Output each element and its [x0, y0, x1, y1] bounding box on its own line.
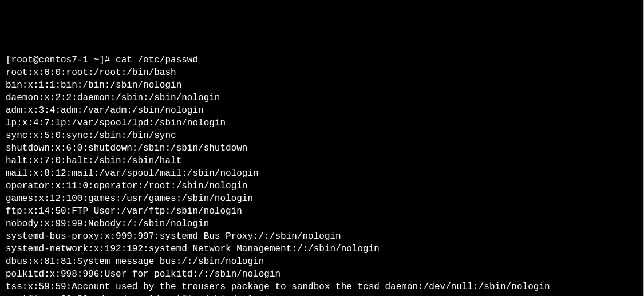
output-line: dbus:x:81:81:System message bus:/:/sbin/…	[6, 255, 637, 268]
terminal[interactable]: [root@centos7-1 ~]# cat /etc/passwdroot:…	[6, 54, 637, 296]
output-line: ftp:x:14:50:FTP User:/var/ftp:/sbin/nolo…	[6, 205, 637, 218]
output-line: nobody:x:99:99:Nobody:/:/sbin/nologin	[6, 218, 637, 230]
output-line: postfix:x:89:89::/var/spool/postfix:/sbi…	[6, 293, 637, 296]
command-line: [root@centos7-1 ~]# cat /etc/passwd	[6, 54, 637, 66]
output-line: adm:x:3:4:adm:/var/adm:/sbin/nologin	[6, 104, 637, 117]
output-line: games:x:12:100:games:/usr/games:/sbin/no…	[6, 192, 637, 205]
output-line: shutdown:x:6:0:shutdown:/sbin:/sbin/shut…	[6, 142, 637, 155]
output-line: daemon:x:2:2:daemon:/sbin:/sbin/nologin	[6, 92, 637, 104]
output-line: sync:x:5:0:sync:/sbin:/bin/sync	[6, 129, 637, 142]
shell-prompt: [root@centos7-1 ~]#	[6, 55, 116, 65]
output-line: lp:x:4:7:lp:/var/spool/lpd:/sbin/nologin	[6, 117, 637, 129]
output-line: bin:x:1:1:bin:/bin:/sbin/nologin	[6, 79, 637, 92]
output-line: root:x:0:0:root:/root:/bin/bash	[6, 66, 637, 79]
output-line: polkitd:x:998:996:User for polkitd:/:/sb…	[6, 268, 637, 281]
output-line: mail:x:8:12:mail:/var/spool/mail:/sbin/n…	[6, 167, 637, 180]
output-line: tss:x:59:59:Account used by the trousers…	[6, 281, 637, 293]
output-line: operator:x:11:0:operator:/root:/sbin/nol…	[6, 180, 637, 192]
command-text: cat /etc/passwd	[116, 55, 198, 65]
output-line: systemd-network:x:192:192:systemd Networ…	[6, 243, 637, 255]
output-line: systemd-bus-proxy:x:999:997:systemd Bus …	[6, 230, 637, 243]
output-line: halt:x:7:0:halt:/sbin:/sbin/halt	[6, 155, 637, 167]
